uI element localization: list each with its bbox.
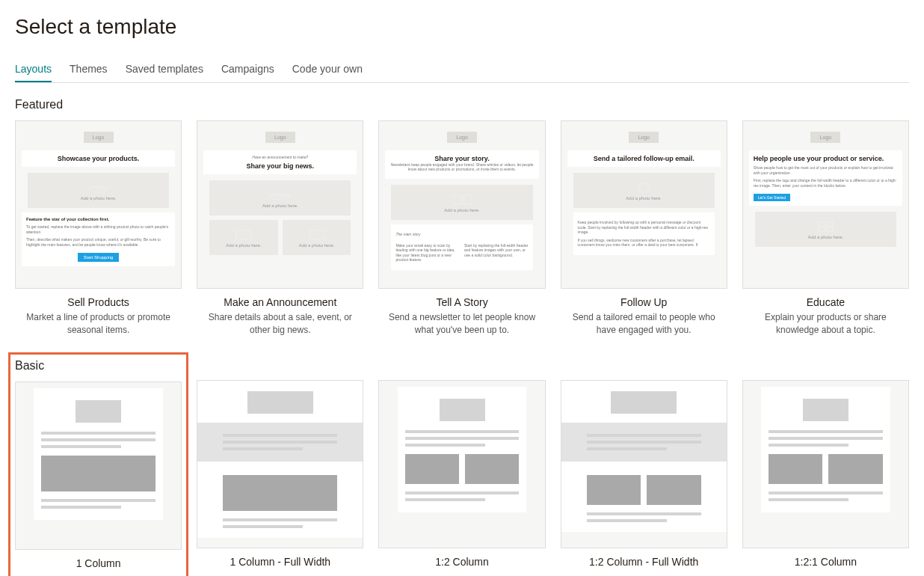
preview-body: Keep people involved by following up wit… — [578, 220, 710, 235]
preview-subhead: Have an announcement to make? — [208, 155, 352, 159]
preview-story-label: The main story — [395, 232, 528, 237]
preview-cta-button: Start Shopping — [78, 253, 120, 262]
svg-rect-5 — [463, 195, 471, 204]
template-name: Sell Products — [67, 296, 129, 308]
preview-body: Then, describe what makes your product u… — [26, 237, 170, 247]
svg-rect-8 — [818, 227, 825, 231]
preview-subhead: Newsletters keep people engaged with you… — [389, 162, 534, 171]
template-tell-a-story[interactable]: Logo Share your story. Newsletters keep … — [378, 120, 545, 337]
preview-cta-button: Let's Get Started — [754, 194, 790, 201]
highlighted-basic-template: Basic 1 Column — [8, 352, 188, 576]
template-name: Tell A Story — [436, 296, 487, 308]
template-name: 1:2 Column — [435, 556, 489, 568]
svg-rect-2 — [236, 230, 251, 239]
photo-placeholder-text: Add a photo here. — [581, 196, 707, 200]
svg-rect-4 — [453, 195, 461, 204]
logo-placeholder: Logo — [810, 132, 840, 143]
tab-saved-templates[interactable]: Saved templates — [126, 57, 203, 82]
logo-placeholder: Logo — [265, 132, 295, 143]
svg-rect-6 — [818, 222, 825, 226]
svg-rect-9 — [826, 227, 833, 231]
template-educate[interactable]: Logo Help people use your product or ser… — [742, 120, 909, 337]
template-1-2-column-full-width[interactable]: 1:2 Column - Full Width — [561, 380, 727, 571]
template-desc: Send a newsletter to let people know wha… — [378, 311, 545, 337]
preview-headline: Showcase your products. — [26, 155, 170, 162]
template-desc: Market a line of products or promote sea… — [15, 311, 182, 337]
preview-headline: Share your big news. — [208, 162, 352, 170]
logo-placeholder: Logo — [447, 132, 477, 143]
template-desc: Send a tailored email to people who have… — [561, 311, 727, 337]
template-name: 1 Column — [76, 557, 121, 569]
photo-placeholder-text: Add a photo here. — [763, 235, 889, 239]
template-preview: Logo Send a tailored follow-up email. Ad… — [561, 120, 727, 289]
tabs: Layouts Themes Saved templates Campaigns… — [15, 57, 909, 83]
preview-body: First, replace the logo and change the f… — [754, 178, 898, 188]
basic-section-title: Basic — [15, 359, 182, 373]
preview-headline: Share your story. — [389, 155, 534, 162]
svg-rect-3 — [309, 230, 324, 239]
template-name: Follow Up — [620, 296, 667, 308]
preview-body-title: Feature the star of your collection firs… — [26, 217, 170, 221]
preview-col1: Make your email easy to scan by leading … — [395, 243, 460, 263]
template-preview: Logo Help people use your product or ser… — [742, 120, 909, 289]
photo-placeholder-text: Add a photo here. — [217, 243, 271, 248]
template-preview — [197, 380, 363, 548]
tab-layouts[interactable]: Layouts — [15, 57, 52, 82]
template-1-2-1-column[interactable]: 1:2:1 Column — [742, 380, 909, 571]
template-name: Make an Announcement — [224, 296, 336, 308]
preview-headline: Send a tailored follow-up email. — [572, 155, 716, 162]
photo-placeholder-text: Add a photo here. — [290, 243, 344, 248]
featured-grid: Logo Showcase your products. Add a photo… — [15, 120, 909, 337]
template-preview — [742, 380, 909, 548]
photo-placeholder-text: Add a photo here. — [217, 203, 343, 208]
template-preview — [15, 382, 182, 550]
template-preview — [561, 380, 727, 548]
featured-section-title: Featured — [15, 98, 909, 111]
template-desc: Share details about a sale, event, or ot… — [197, 311, 363, 337]
preview-col2: Start by replacing the full-width header… — [464, 243, 529, 263]
template-make-announcement[interactable]: Logo Have an announcement to make? Share… — [197, 120, 363, 337]
preview-body: If you sell things, welcome new customer… — [578, 238, 710, 248]
logo-placeholder: Logo — [84, 132, 114, 143]
tab-campaigns[interactable]: Campaigns — [221, 57, 274, 82]
template-sell-products[interactable]: Logo Showcase your products. Add a photo… — [15, 120, 182, 337]
logo-placeholder: Logo — [629, 132, 659, 143]
template-preview: Logo Showcase your products. Add a photo… — [15, 120, 182, 289]
template-name: Educate — [807, 296, 845, 308]
template-1-column-full-width[interactable]: 1 Column - Full Width — [197, 380, 363, 571]
template-follow-up[interactable]: Logo Send a tailored follow-up email. Ad… — [561, 120, 727, 337]
template-name: 1:2 Column - Full Width — [589, 556, 698, 568]
photo-placeholder-text: Add a photo here. — [398, 208, 525, 212]
template-preview — [378, 380, 545, 548]
preview-body: To get started, replace the image above … — [26, 224, 170, 234]
template-name: 1 Column - Full Width — [230, 556, 331, 568]
template-1-2-column[interactable]: 1:2 Column — [378, 380, 545, 571]
tab-code-your-own[interactable]: Code your own — [292, 57, 363, 82]
page-title: Select a template — [15, 15, 909, 39]
svg-rect-7 — [826, 222, 833, 226]
template-name: 1:2:1 Column — [795, 556, 857, 568]
preview-headline: Help people use your product or service. — [754, 155, 898, 162]
preview-body: Show people how to get the most out of y… — [754, 165, 898, 175]
template-preview: Logo Have an announcement to make? Share… — [197, 120, 363, 289]
tab-themes[interactable]: Themes — [70, 57, 108, 82]
template-preview: Logo Share your story. Newsletters keep … — [378, 120, 545, 289]
photo-placeholder-text: Add a photo here. — [35, 196, 161, 200]
template-desc: Explain your products or share knowledge… — [742, 311, 909, 337]
template-1-column[interactable]: 1 Column — [15, 382, 182, 572]
